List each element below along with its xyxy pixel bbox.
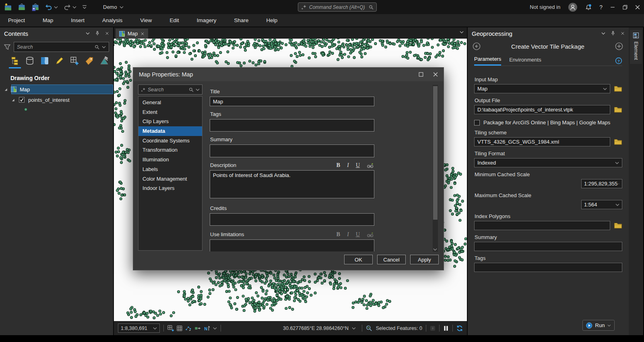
expand-caret-icon[interactable] — [11, 98, 15, 102]
open-project-icon[interactable] — [18, 3, 26, 11]
chevron-down-icon[interactable] — [607, 324, 611, 327]
map-tree-row[interactable]: Map — [2, 84, 113, 94]
dialog-nav-item-color-management[interactable]: Color Management — [138, 174, 202, 184]
expand-caret-icon[interactable] — [4, 88, 8, 91]
redo-icon[interactable] — [64, 4, 71, 11]
menu-item-map[interactable]: Map — [43, 15, 53, 26]
coordinates-display[interactable]: 30.6277685°E 28.9864260°N — [283, 326, 356, 331]
undo-dropdown-icon[interactable] — [54, 6, 58, 9]
list-by-selection-icon[interactable] — [39, 56, 51, 67]
panel-chevron-down-icon[interactable] — [601, 32, 605, 35]
search-icon[interactable] — [189, 87, 194, 92]
menu-item-share[interactable]: Share — [234, 15, 248, 26]
run-button[interactable]: Run — [582, 320, 615, 331]
hyperlink-icon[interactable] — [367, 232, 374, 237]
gp-tags-input[interactable] — [474, 263, 622, 272]
close-button[interactable] — [635, 5, 640, 10]
italic-button[interactable]: I — [347, 231, 349, 238]
menu-item-edit[interactable]: Edit — [169, 15, 179, 26]
menu-item-help[interactable]: Help — [266, 15, 277, 26]
command-search-input[interactable] — [309, 4, 366, 10]
package-checkbox[interactable] — [474, 120, 480, 126]
scrollbar-thumb[interactable] — [433, 86, 438, 220]
panel-chevron-down-icon[interactable] — [86, 32, 90, 35]
browse-folder-icon[interactable] — [614, 106, 622, 113]
customize-toolbar-icon[interactable] — [82, 5, 87, 10]
list-by-editing-icon[interactable] — [54, 56, 66, 67]
menu-item-project[interactable]: Project — [8, 15, 25, 26]
close-icon[interactable] — [621, 32, 625, 35]
menu-item-analysis[interactable]: Analysis — [102, 15, 122, 26]
list-by-labeling-icon[interactable] — [83, 56, 95, 67]
apply-button[interactable]: Apply — [410, 255, 439, 264]
gp-summary-input[interactable] — [474, 242, 622, 251]
add-layout-grid-icon[interactable] — [167, 325, 174, 332]
list-by-perspective-icon[interactable] — [98, 56, 110, 67]
bold-button[interactable]: B — [336, 231, 340, 238]
help-circle-icon[interactable]: ? — [615, 57, 622, 64]
max-scale-select[interactable]: 1:564 — [581, 200, 622, 209]
dialog-nav-item-coordinate-systems[interactable]: Coordinate Systems — [138, 136, 202, 146]
sketch-points-icon[interactable] — [185, 325, 192, 332]
italic-button[interactable]: I — [347, 162, 349, 169]
dialog-nav-item-clip-layers[interactable]: Clip Layers — [138, 117, 202, 126]
refresh-icon[interactable] — [456, 325, 463, 332]
layer-tree-row[interactable]: points_of_interest — [9, 95, 113, 105]
command-search[interactable] — [298, 2, 377, 12]
index-polygons-input[interactable] — [474, 221, 610, 230]
summary-input[interactable] — [210, 144, 374, 157]
scale-dropdown[interactable]: 1:8,380,691 — [118, 323, 160, 333]
dialog-nav-item-transformation[interactable]: Transformation — [138, 145, 202, 155]
filter-funnel-icon[interactable] — [4, 44, 10, 50]
dialog-search-input[interactable] — [148, 87, 187, 93]
element-dock-tab[interactable]: Element — [630, 30, 642, 64]
menu-item-insert[interactable]: Insert — [71, 15, 85, 26]
signin-status[interactable]: Not signed in — [530, 4, 560, 10]
grid-icon[interactable] — [177, 326, 182, 331]
project-name-dropdown[interactable]: Demo — [103, 4, 124, 10]
bold-button[interactable]: B — [336, 162, 340, 169]
chevron-down-icon[interactable] — [196, 88, 200, 91]
menu-item-view[interactable]: View — [140, 15, 152, 26]
tab-list-chevron-icon[interactable] — [460, 31, 464, 34]
minimize-button[interactable] — [610, 5, 615, 10]
browse-folder-icon[interactable] — [614, 85, 622, 92]
output-file-input[interactable]: D:\tabaqat\Project\points_of_interest.vt… — [474, 105, 610, 114]
dialog-nav-item-indoor-layers[interactable]: Indoor Layers — [138, 183, 202, 193]
cancel-button[interactable]: Cancel — [377, 255, 406, 264]
pin-icon[interactable] — [611, 31, 615, 36]
dialog-nav-item-general[interactable]: General — [138, 98, 202, 107]
underline-button[interactable]: U — [356, 162, 360, 169]
list-by-snapping-icon[interactable] — [68, 56, 80, 67]
dialog-nav-item-labels[interactable]: Labels — [138, 165, 202, 174]
tab-environments[interactable]: Environments — [509, 57, 541, 65]
chevron-down-icon[interactable] — [213, 327, 217, 330]
maximize-icon[interactable] — [419, 72, 423, 77]
undo-icon[interactable] — [45, 4, 52, 11]
redo-dropdown-icon[interactable] — [72, 6, 76, 9]
close-tab-icon[interactable] — [140, 32, 144, 35]
pause-drawing-icon[interactable] — [443, 326, 449, 331]
list-by-drawing-order-icon[interactable] — [9, 56, 21, 68]
tags-input[interactable] — [210, 119, 374, 132]
add-to-project-icon[interactable] — [615, 42, 623, 50]
dialog-search[interactable] — [138, 84, 202, 95]
input-map-select[interactable]: Map — [474, 84, 610, 93]
menu-item-imagery[interactable]: Imagery — [197, 15, 217, 26]
underline-button[interactable]: U — [356, 231, 360, 238]
contents-search-input[interactable] — [17, 44, 92, 50]
min-scale-select[interactable]: 1:295,829,355 — [581, 179, 622, 188]
dialog-titlebar[interactable]: Map Properties: Map — [133, 68, 444, 81]
layer-visibility-checkbox[interactable] — [19, 97, 25, 103]
back-button-icon[interactable] — [473, 42, 481, 50]
help-icon[interactable]: ? — [599, 4, 603, 10]
north-arrow-icon[interactable]: N — [204, 325, 210, 332]
search-icon[interactable] — [95, 45, 99, 49]
package-checkbox-row[interactable]: Package for ArcGIS Online | Bing Maps | … — [474, 119, 622, 126]
close-icon[interactable] — [105, 32, 109, 35]
search-icon[interactable] — [369, 5, 374, 10]
tab-parameters[interactable]: Parameters — [474, 56, 501, 66]
map-view-tab[interactable]: Map — [116, 29, 148, 39]
credits-input[interactable] — [210, 213, 374, 226]
browse-folder-icon[interactable] — [614, 138, 622, 145]
